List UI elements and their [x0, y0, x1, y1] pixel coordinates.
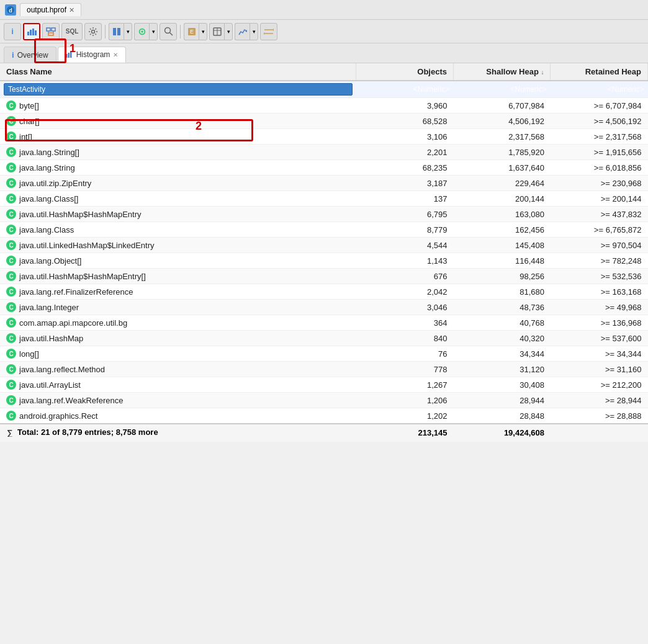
table-row[interactable]: Candroid.graphics.Rect1,20228,848>= 28,8…	[0, 408, 648, 424]
export-dropdown[interactable]: E ▾	[184, 23, 207, 40]
retained-value: >= 1,915,656	[551, 145, 648, 160]
tab-overview[interactable]: i Overview	[4, 47, 56, 63]
table-row[interactable]: Cint[]3,1062,317,568>= 2,317,568	[0, 129, 648, 145]
search-button[interactable]	[160, 23, 177, 40]
table-row[interactable]: Cjava.lang.Class[]137200,144>= 200,144	[0, 191, 648, 207]
svg-marker-27	[264, 32, 264, 35]
objects-value: 8,779	[356, 222, 454, 238]
table-row[interactable]: Cchar[]68,5284,506,192>= 4,506,192	[0, 114, 648, 129]
object-button[interactable]	[134, 23, 149, 40]
objects-filter-value: <Numeric>	[360, 85, 450, 94]
table-row[interactable]: Cjava.lang.Object[]1,143116,448>= 782,24…	[0, 253, 648, 269]
class-cell: Cchar[]	[0, 114, 356, 129]
table-header-row: Class Name Objects Shallow Heap ↓ Retain…	[0, 63, 648, 81]
objects-value: 68,235	[356, 160, 454, 176]
retained-value: >= 532,536	[551, 269, 648, 284]
retained-value: >= 200,144	[551, 191, 648, 207]
object-dropdown[interactable]: ▾	[134, 23, 158, 40]
objects-value: 3,960	[356, 98, 454, 114]
table-dropdown[interactable]: ▾	[209, 23, 233, 40]
table-row[interactable]: Cjava.lang.Class8,779162,456>= 6,765,872	[0, 222, 648, 238]
file-tab-close[interactable]: ✕	[69, 6, 74, 14]
sql-button[interactable]: SQL	[61, 23, 83, 40]
shallow-filter-cell[interactable]: <Numeric>	[453, 81, 551, 98]
class-filter-cell[interactable]	[0, 81, 356, 98]
table-row[interactable]: Cjava.lang.ref.WeakReference1,20628,944>…	[0, 393, 648, 408]
table-row[interactable]: Cjava.lang.reflect.Method77831,120>= 31,…	[0, 362, 648, 377]
objects-value: 1,143	[356, 253, 454, 269]
chart-icon	[238, 27, 247, 36]
objects-value: 2,042	[356, 284, 454, 300]
class-cell: Candroid.graphics.Rect	[0, 408, 356, 424]
class-cell: Cjava.util.LinkedHashMap$LinkedEntry	[0, 238, 356, 253]
class-cell: Cjava.lang.String	[0, 160, 356, 176]
table-row[interactable]: Cjava.util.HashMap$HashMapEntry[]67698,2…	[0, 269, 648, 284]
retained-heap-header[interactable]: Retained Heap	[551, 63, 648, 81]
file-tab[interactable]: output.hprof ✕	[20, 3, 81, 16]
table-row[interactable]: Cjava.util.LinkedHashMap$LinkedEntry4,54…	[0, 238, 648, 253]
class-c-icon: C	[6, 132, 16, 141]
export-arrow[interactable]: ▾	[199, 23, 207, 40]
info-icon: i	[11, 27, 14, 36]
svg-line-17	[169, 33, 173, 36]
table-row[interactable]: Cjava.lang.String68,2351,637,640>= 6,018…	[0, 160, 648, 176]
class-cell: Cjava.lang.Object[]	[0, 253, 356, 269]
objects-value: 6,795	[356, 207, 454, 222]
table-row[interactable]: Cjava.util.HashMap$HashMapEntry6,795163,…	[0, 207, 648, 222]
class-name-value: java.lang.reflect.Method	[19, 365, 105, 374]
search-icon	[164, 27, 173, 36]
table-row[interactable]: Cjava.util.zip.ZipEntry3,187229,464>= 23…	[0, 176, 648, 191]
class-cell: Cjava.util.zip.ZipEntry	[0, 176, 356, 191]
tab-histogram[interactable]: Histogram ✕	[58, 47, 127, 63]
export-icon: E	[187, 27, 196, 36]
play-icon	[112, 27, 121, 36]
class-name-header[interactable]: Class Name	[0, 63, 356, 81]
table-arrow[interactable]: ▾	[224, 23, 233, 40]
shallow-value: 40,768	[453, 315, 551, 331]
class-cell: Cbyte[]	[0, 98, 356, 114]
table-row[interactable]: Cjava.util.ArrayList1,26730,408>= 212,20…	[0, 377, 648, 393]
export-button[interactable]: E	[184, 23, 199, 40]
retained-value: >= 31,160	[551, 362, 648, 377]
settings-button[interactable]	[84, 23, 102, 40]
table-row[interactable]: Cjava.lang.Integer3,04648,736>= 49,968	[0, 300, 648, 315]
histogram-tab-close[interactable]: ✕	[113, 51, 118, 58]
app-icon: d	[5, 4, 16, 16]
svg-rect-13	[117, 28, 120, 35]
table-button[interactable]	[209, 23, 224, 40]
shallow-heap-header[interactable]: Shallow Heap ↓	[453, 63, 551, 81]
filter-row: <Numeric> <Numeric> <Numeric>	[0, 81, 648, 98]
total-objects: 213,145	[356, 424, 454, 442]
retained-value: >= 49,968	[551, 300, 648, 315]
class-cell: Cjava.lang.Class[]	[0, 191, 356, 207]
chart-button[interactable]	[235, 23, 250, 40]
table-row[interactable]: Cjava.lang.ref.FinalizerReference2,04281…	[0, 284, 648, 300]
table-row[interactable]: Cjava.util.HashMap84040,320>= 537,600	[0, 331, 648, 346]
run-arrow[interactable]: ▾	[124, 23, 132, 40]
svg-point-15	[141, 30, 143, 33]
tab-histogram-label: Histogram	[76, 50, 110, 59]
run-dropdown[interactable]: ▾	[109, 23, 132, 40]
class-name-value: java.lang.ref.FinalizerReference	[19, 287, 133, 297]
table-row[interactable]: Cbyte[]3,9606,707,984>= 6,707,984	[0, 98, 648, 114]
table-row[interactable]: Ccom.amap.api.mapcore.util.bg36440,768>=…	[0, 315, 648, 331]
chart-dropdown[interactable]: ▾	[235, 23, 258, 40]
table-row[interactable]: Cjava.lang.String[]2,2011,785,920>= 1,91…	[0, 145, 648, 160]
chart-arrow[interactable]: ▾	[250, 23, 258, 40]
dominator-button[interactable]	[42, 23, 60, 40]
info-button[interactable]: i	[4, 23, 21, 40]
objects-filter-cell[interactable]: <Numeric>	[356, 81, 454, 98]
histogram-button[interactable]	[23, 23, 40, 40]
class-filter-input[interactable]	[4, 83, 353, 96]
objects-value: 68,528	[356, 114, 454, 129]
class-name-value: android.graphics.Rect	[19, 411, 97, 421]
object-arrow[interactable]: ▾	[149, 23, 158, 40]
table-icon	[213, 27, 222, 36]
run-button[interactable]	[109, 23, 124, 40]
table-row[interactable]: Clong[]7634,344>= 34,344	[0, 346, 648, 362]
retained-filter-cell[interactable]: <Numeric>	[551, 81, 648, 98]
objects-header[interactable]: Objects	[356, 63, 454, 81]
class-c-icon: C	[6, 380, 16, 390]
retained-value: >= 970,504	[551, 238, 648, 253]
more-button[interactable]	[260, 23, 277, 40]
